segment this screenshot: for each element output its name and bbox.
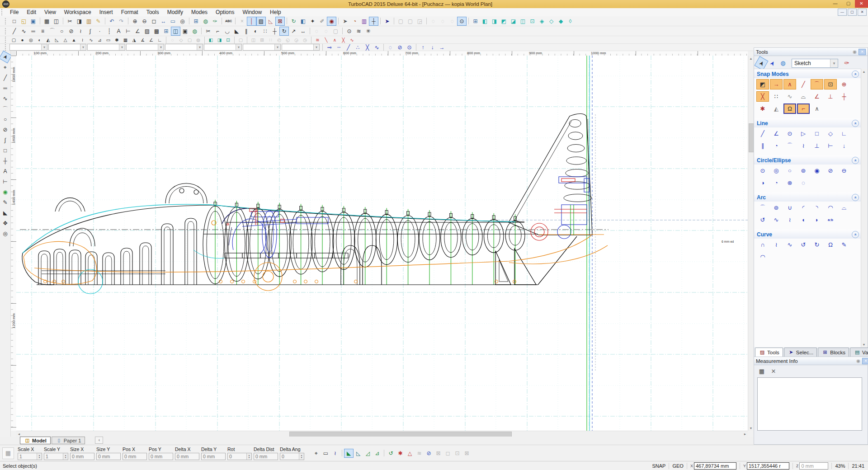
palette-icon[interactable]: ◔ [350,17,359,26]
scroll-up-icon[interactable]: ▲ [748,56,754,61]
ellipse-arc-left-icon[interactable]: ◖ [797,215,810,225]
menu-workspace[interactable]: Workspace [60,9,95,15]
arc-3point-icon[interactable]: ◠ [824,202,837,213]
offset-icon[interactable]: ∥ [241,27,251,36]
select-tool-icon[interactable]: ➤ [0,51,12,63]
property-combo-7[interactable]: ▾ [243,44,281,51]
field-input[interactable]: 1▴▾ [18,453,42,460]
curve-omega-icon[interactable]: Ω [824,240,837,250]
point-cloud-icon[interactable]: ∷ [266,36,275,43]
snap-apex-icon[interactable]: ∧ [811,103,823,114]
prism-3d-icon[interactable]: ▲ [70,36,78,43]
arc-complement-icon[interactable]: ∿ [770,215,783,225]
arc-rotated-icon[interactable]: ↺ [756,215,769,225]
section-header-snap-modes[interactable]: Snap Modes » [754,69,862,78]
slot-3d-icon[interactable]: ▭ [104,36,113,43]
stretch-icon[interactable]: ↔ [298,27,308,36]
property-combo-3[interactable]: ▾ [87,44,125,51]
iso-30-icon[interactable]: ∠ [147,36,156,43]
cube-add-icon[interactable]: ⊞ [471,17,480,26]
ellipse-arc-icon[interactable]: ◔ [770,178,783,188]
pan-tool-icon[interactable]: ✥ [1,218,10,228]
collapse-chevron-icon[interactable]: » [852,231,859,238]
view-front-icon[interactable]: ◧ [480,17,490,26]
snap-center-icon[interactable]: ⌒ [811,79,823,89]
curve-fit-icon[interactable]: ≀ [770,240,783,250]
field-input[interactable]: 0 mm [175,453,199,460]
circle-tangent-icon[interactable]: ◉ [811,165,823,176]
wedge-3d-icon[interactable]: ◺ [52,36,61,43]
no-highlight-icon[interactable]: ⊘ [424,449,434,458]
line-tool-icon[interactable]: ╱ [1,73,10,83]
help-pick-icon[interactable]: ➤ [382,17,392,26]
section-header-arc[interactable]: Arc » [754,193,862,202]
arc-start-end-icon[interactable]: ◜ [797,202,810,213]
circle-2point-icon[interactable]: ○ [783,165,796,176]
curve-bezier-icon[interactable]: ∿ [783,240,796,250]
collapse-chevron-icon[interactable]: » [852,157,859,164]
curve-node-icon[interactable]: ∿ [372,43,382,52]
workspace-tools-icon[interactable]: ✦ [308,17,317,26]
surface-blend-icon[interactable]: ◶ [292,36,301,43]
view-back-icon[interactable]: ◨ [490,17,499,26]
circle-tool-icon[interactable]: ○ [1,114,10,124]
circle-center-mark-icon[interactable]: ⊙ [405,43,414,52]
light-c-icon[interactable]: ◌ [448,17,457,26]
array-icon[interactable]: ∷ [260,27,270,36]
geo-indicator[interactable]: GEO [672,463,683,469]
bool-intersect-icon[interactable]: ⊡ [224,36,232,43]
section-header-line[interactable]: Line » [754,118,862,127]
pyramid-3d-icon[interactable]: △ [61,36,70,43]
menu-format[interactable]: Format [117,9,142,15]
zoom-in-icon[interactable]: ⊕ [130,17,140,26]
image-icon[interactable]: ◍ [190,27,199,36]
text-tool-icon[interactable]: A [114,27,123,36]
measurement-content[interactable] [757,377,862,431]
scroll-down-icon[interactable]: ▼ [748,425,754,431]
chevron-down-icon[interactable]: ▾ [158,44,164,50]
drawing-canvas[interactable]: 6 mm ed [16,56,748,431]
fillet-icon[interactable]: ◡ [222,27,232,36]
torus-3d-icon[interactable]: ◎ [27,36,35,43]
line-perp-line-icon[interactable]: ⊢ [824,141,837,151]
collapse-chevron-icon[interactable]: » [852,194,859,201]
measure-clear-icon[interactable]: ✕ [769,367,778,376]
centerline[interactable] [20,56,748,431]
field-input[interactable]: 0 mm [70,453,94,460]
node-delete-icon[interactable]: ╳ [363,43,372,52]
menu-modify[interactable]: Modify [163,9,187,15]
move-tool-icon[interactable]: ┼ [1,156,10,166]
chevron-down-icon[interactable]: ▾ [274,44,280,50]
scale-icon[interactable]: ↗ [289,27,298,36]
view-iso-se-icon[interactable]: ◆ [556,17,566,26]
view-bottom-icon[interactable]: ◪ [509,17,518,26]
view-iso-ne-icon[interactable]: ◈ [537,17,547,26]
palette-close-icon[interactable]: ✕ [859,49,866,55]
chamfer-tool-icon[interactable]: ◣ [1,208,10,218]
scroll-right-icon[interactable]: ► [742,431,748,437]
view-iso-sw-icon[interactable]: ◊ [566,17,575,26]
trim-icon[interactable]: ✂ [203,27,213,36]
drag-select-icon[interactable]: ↺ [386,449,396,458]
dimension-group2-icon[interactable]: ▢ [406,17,415,26]
mesh-3d-icon[interactable]: ▦ [121,36,130,43]
inspector-table-icon[interactable]: ▦ [2,447,14,459]
menu-file[interactable]: File [6,9,23,15]
workplane-tool-icon[interactable]: ◉ [1,187,10,197]
spinner-icon[interactable]: ▴▾ [299,453,304,460]
solid-gray-d-icon[interactable]: ◍ [194,36,203,43]
collapse-chevron-icon[interactable]: » [852,120,859,127]
arc-tangent-icon[interactable]: ◝ [811,202,823,213]
zoom-out-icon[interactable]: ⊖ [140,17,149,26]
line-perp-arc-icon[interactable]: ⊥ [811,141,823,151]
tab-scroll-left-button[interactable]: ‹ [95,437,103,444]
field-input[interactable]: 0▴▾ [280,453,304,460]
arc-concentric-icon[interactable]: ⊚ [770,202,783,213]
property-combo-2[interactable]: ▾ [48,44,86,51]
property-combo-5[interactable]: ▾ [165,44,203,51]
mdi-minimize-icon[interactable]: — [838,9,847,16]
scroll-left-icon[interactable]: ◄ [16,431,22,437]
reference-point-icon[interactable]: ⌖ [311,449,321,458]
hatch-tool-icon[interactable]: ▨ [142,27,152,36]
snap-quadrant-3d-icon[interactable]: ⊡ [824,79,837,89]
